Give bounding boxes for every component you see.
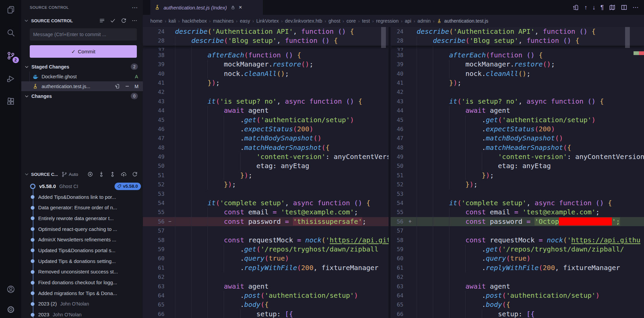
code-text: 'content-version': anyContentVersion, (417, 152, 644, 161)
code-text: .get('/repos/tryghost/dawn/zipball/ (417, 245, 644, 254)
activity-item-extensions[interactable] (5, 96, 17, 107)
indent-guide (207, 69, 208, 78)
scrollbar-right[interactable] (625, 27, 630, 48)
view-list-icon[interactable] (99, 18, 105, 24)
group-header-staged-changes[interactable]: Staged Changes2 (21, 62, 143, 72)
fetch-icon[interactable] (98, 171, 104, 177)
indent-guide (175, 36, 175, 45)
source-control-sidebar: SOURCE CONTROL ⋯ SOURCE CONTROL ✓ Commit… (21, 0, 143, 318)
breadcrumb-separator: › (358, 19, 360, 24)
cloud-upload-icon[interactable] (121, 171, 127, 177)
commit-row[interactable]: v5.58.0Ghost CIv5.58.0 (21, 181, 143, 192)
indent-guide (175, 208, 175, 217)
map-icon[interactable] (609, 4, 616, 11)
arrow-down-icon[interactable]: ↓ (592, 4, 595, 11)
unstage-minus-icon[interactable] (124, 83, 130, 89)
commit-row[interactable]: Added migrations for Tips & Dona... (21, 288, 143, 299)
commit-button[interactable]: ✓ Commit (30, 45, 137, 58)
code-text: .replyWithFile(200, fixtureManager (417, 263, 644, 272)
commit-row[interactable]: Added Tips&Donations link to por... (21, 192, 143, 203)
code-text: setup: [{ (175, 310, 389, 318)
scrollbar-left[interactable] (381, 27, 386, 48)
activity-item-files[interactable] (5, 4, 17, 16)
breadcrumb-item[interactable]: admin (418, 18, 431, 24)
code-text: it('is setup? no', async function () { (175, 97, 389, 106)
commit-author: Ghost CI (59, 184, 78, 189)
commit-row[interactable]: Data generator: Ensure order of n... (21, 202, 143, 213)
arrow-up-icon[interactable]: ↑ (584, 4, 587, 11)
check-icon[interactable] (110, 18, 116, 24)
close-icon[interactable]: × (239, 4, 242, 11)
pilcrow-icon[interactable]: ¶ (600, 4, 604, 11)
commit-row[interactable]: Updated Tips & donations setting... (21, 256, 143, 267)
breadcrumb-item[interactable]: machines (213, 18, 233, 24)
breadcrumb-item[interactable]: home (150, 18, 163, 24)
indent-guide (417, 143, 417, 152)
activity-item-search[interactable] (5, 27, 17, 38)
commit-row[interactable]: 2023John O'Nolan (21, 309, 143, 318)
commit-row[interactable]: Removed unconsistent success st... (21, 267, 143, 277)
commit-row[interactable]: 2023 (2)John O'Nolan (21, 299, 143, 310)
breadcrumb-item[interactable]: kali (169, 18, 176, 24)
code-text: describe('Authentication API', function … (175, 27, 389, 36)
graph-branch-picker[interactable]: Auto (61, 171, 78, 177)
indent-guide (433, 97, 433, 106)
indent-guide (191, 125, 192, 134)
push-icon[interactable] (109, 171, 116, 177)
indent-guide (207, 263, 208, 272)
graph-section-header[interactable]: SOURCE C... Auto (21, 169, 143, 180)
tab-authentication-test[interactable]: authentication.test.js (Index) × (150, 0, 263, 15)
file-row[interactable]: authentication.test.js...M (21, 81, 143, 91)
activity-item-account[interactable] (5, 284, 17, 295)
refresh-icon[interactable] (132, 171, 138, 177)
breadcrumb-item[interactable]: easy (240, 18, 250, 24)
tag-badge[interactable]: v5.58.0 (115, 183, 141, 190)
more-icon[interactable] (131, 18, 138, 24)
refresh-icon[interactable] (121, 18, 127, 24)
commit-row[interactable]: Optimised react-query caching to ... (21, 224, 143, 235)
breadcrumb-item[interactable]: api (405, 18, 411, 24)
commit-row[interactable]: Updated Tips&Donations portal s... (21, 245, 143, 256)
source-control-graph: SOURCE C... Auto v5.58.0Ghost CIv5.58.0A… (21, 169, 143, 318)
activity-item-run-debug[interactable] (5, 73, 17, 84)
indent-guide (433, 263, 433, 272)
goto-file-icon[interactable] (115, 83, 120, 89)
breadcrumb-item[interactable]: ghost (328, 18, 340, 24)
source-control-section-header[interactable]: SOURCE CONTROL (21, 15, 143, 26)
file-row[interactable]: Dockerfile.ghostA (21, 72, 143, 81)
commit-row[interactable]: AdminX Newsletters refinements ... (21, 234, 143, 245)
breadcrumb-separator: › (236, 19, 238, 24)
indent-guide (449, 272, 449, 282)
activity-item-source-control[interactable]: 2 (5, 50, 17, 61)
sidebar-more-icon[interactable]: ⋯ (132, 4, 138, 11)
breadcrumb-item[interactable]: regression (376, 18, 399, 24)
diff-sign (403, 125, 417, 134)
breadcrumb-item[interactable]: LinkVortex (256, 18, 279, 24)
account-icon (6, 285, 15, 294)
commit-message-input[interactable] (30, 28, 137, 41)
diff-sign (165, 51, 175, 60)
diff-sign (403, 245, 417, 254)
diff-sign (403, 134, 417, 143)
commit-message: AdminX Newsletters refinements ... (38, 237, 116, 242)
activity-item-settings[interactable] (5, 304, 17, 315)
target-icon[interactable] (87, 171, 93, 177)
more-actions-icon[interactable]: ⋯ (633, 4, 639, 11)
split-editor-icon[interactable] (621, 4, 627, 11)
group-header-changes[interactable]: Changes0 (21, 91, 143, 101)
diff-sign (403, 69, 417, 78)
code-text: }); (175, 171, 389, 180)
compare-changes-icon[interactable] (572, 4, 579, 11)
breadcrumb-item[interactable]: core (346, 18, 356, 24)
indent-guide (207, 310, 208, 318)
breadcrumb-item[interactable]: dev.linkvortex.htb (285, 18, 322, 24)
diff-sign (165, 272, 175, 282)
commit-row[interactable]: Fixed donations checkout for logg... (21, 277, 143, 288)
breadcrumb-item[interactable]: hackthebox (182, 18, 207, 24)
commit-row[interactable]: Entirely rewrote data generator t... (21, 213, 143, 224)
breadcrumb-item[interactable]: authentication.test.js (444, 18, 488, 24)
chevron-down-icon[interactable] (24, 18, 29, 23)
chevron-down-icon[interactable] (24, 171, 29, 177)
line-number: 66 (391, 310, 403, 318)
breadcrumb-item[interactable]: test (362, 18, 370, 24)
